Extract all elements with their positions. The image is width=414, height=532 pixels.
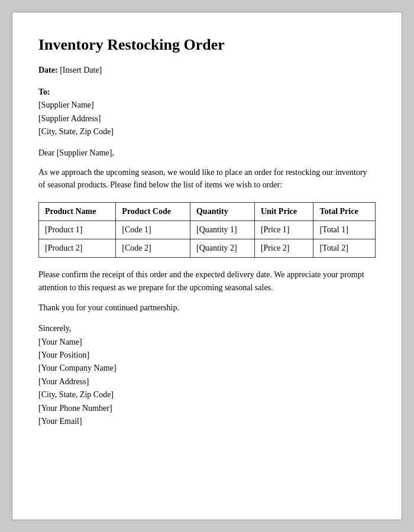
your-name: [Your Name] — [38, 338, 82, 346]
confirm-paragraph: Please confirm the receipt of this order… — [38, 268, 376, 294]
date-line: Date: [Insert Date] — [38, 66, 376, 75]
sincerely-label: Sincerely, — [38, 324, 71, 333]
col-header-total-price: Total Price — [313, 202, 376, 220]
table-cell-row0-col4: [Total 1] — [313, 220, 376, 239]
thank-you-line: Thank you for your continued partnership… — [38, 303, 376, 313]
col-header-product-code: Product Code — [116, 202, 190, 220]
supplier-address: [Supplier Address] — [38, 114, 101, 123]
your-company: [Your Company Name] — [38, 364, 117, 372]
sincerely-section: Sincerely, [Your Name] [Your Position] [… — [38, 322, 376, 428]
col-header-quantity: Quantity — [190, 202, 254, 220]
table-cell-row0-col1: [Code 1] — [116, 220, 190, 239]
table-row: [Product 1][Code 1][Quantity 1][Price 1]… — [39, 220, 376, 239]
date-value: [Insert Date] — [60, 66, 102, 74]
table-row: [Product 2][Code 2][Quantity 2][Price 2]… — [39, 239, 376, 257]
to-label: To: — [38, 87, 50, 96]
to-section: To: [Supplier Name] [Supplier Address] [… — [38, 86, 376, 139]
table-header-row: Product Name Product Code Quantity Unit … — [39, 202, 376, 220]
your-city: [City, State, Zip Code] — [38, 390, 114, 399]
table-cell-row1-col4: [Total 2] — [313, 239, 376, 257]
table-cell-row1-col1: [Code 2] — [116, 239, 190, 257]
your-email: [Your Email] — [38, 417, 82, 426]
col-header-unit-price: Unit Price — [254, 202, 313, 220]
table-cell-row0-col2: [Quantity 1] — [190, 220, 254, 239]
intro-paragraph: As we approach the upcoming season, we w… — [38, 166, 376, 192]
table-cell-row1-col3: [Price 2] — [254, 239, 313, 257]
your-position: [Your Position] — [38, 351, 89, 359]
table-cell-row0-col0: [Product 1] — [39, 220, 116, 239]
supplier-name: [Supplier Name] — [38, 100, 94, 109]
your-address: [Your Address] — [38, 377, 89, 386]
col-header-product-name: Product Name — [39, 202, 116, 220]
order-table: Product Name Product Code Quantity Unit … — [38, 202, 376, 258]
date-label: Date: — [38, 66, 58, 74]
dear-line: Dear [Supplier Name], — [38, 148, 376, 158]
supplier-city: [City, State, Zip Code] — [38, 127, 114, 136]
document-title: Inventory Restocking Order — [38, 36, 376, 54]
table-cell-row1-col0: [Product 2] — [39, 239, 116, 257]
document: Inventory Restocking Order Date: [Insert… — [12, 12, 402, 520]
table-cell-row1-col2: [Quantity 2] — [190, 239, 254, 257]
table-cell-row0-col3: [Price 1] — [254, 220, 313, 239]
your-phone: [Your Phone Number] — [38, 404, 112, 413]
